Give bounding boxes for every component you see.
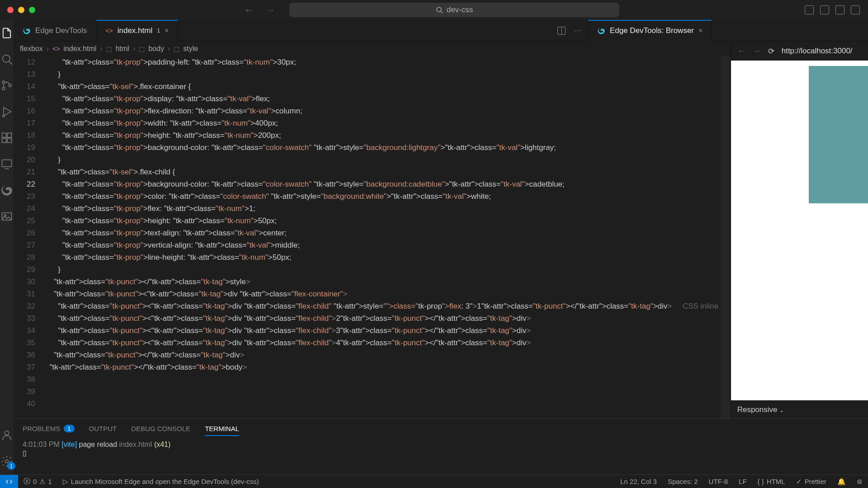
browser-reload-icon[interactable]: ⟳ bbox=[768, 47, 774, 56]
remote-indicator[interactable] bbox=[0, 475, 18, 488]
editor-tabs-row: Edge DevTools<>index.html1× ⋯ Edge DevTo… bbox=[14, 20, 868, 42]
problems-badge: 1 bbox=[64, 425, 74, 432]
code-editor[interactable]: 1213141516171819202122232425262728293031… bbox=[14, 56, 731, 418]
svg-point-5 bbox=[2, 87, 5, 90]
svg-line-1 bbox=[441, 11, 443, 13]
remote-explorer-icon[interactable] bbox=[0, 157, 14, 171]
svg-line-3 bbox=[9, 61, 12, 65]
browser-url[interactable]: http://localhost:3000/ bbox=[782, 47, 853, 56]
browser-back-icon[interactable]: ← bbox=[737, 47, 745, 56]
svg-point-0 bbox=[437, 7, 441, 12]
status-language-mode[interactable]: { }HTML bbox=[752, 478, 791, 485]
breadcrumb[interactable]: flexbox› <>index.html› ⬚html› ⬚body› ⬚st… bbox=[14, 42, 731, 56]
preview-flex-child: 1 bbox=[809, 66, 868, 135]
breadcrumb-item[interactable]: html bbox=[116, 45, 129, 53]
close-tab-icon[interactable]: × bbox=[698, 27, 703, 35]
run-debug-icon[interactable] bbox=[0, 105, 14, 118]
breadcrumb-item[interactable]: index.html bbox=[63, 45, 96, 53]
status-encoding[interactable]: UTF-8 bbox=[703, 478, 734, 485]
nav-back-icon[interactable]: ← bbox=[244, 5, 253, 15]
svg-point-8 bbox=[3, 115, 5, 117]
close-tab-icon[interactable]: × bbox=[165, 27, 169, 35]
settings-badge: 1 bbox=[7, 462, 15, 470]
status-launch-task[interactable]: ▷Launch Microsoft Edge and open the Edge… bbox=[57, 478, 264, 486]
status-eol[interactable]: LF bbox=[733, 478, 752, 485]
breadcrumb-item[interactable]: style bbox=[183, 45, 198, 53]
explorer-icon[interactable] bbox=[0, 26, 14, 40]
customize-layout-icon[interactable] bbox=[851, 5, 860, 14]
bottom-panel: PROBLEMS1 OUTPUT DEBUG CONSOLE TERMINAL … bbox=[14, 418, 868, 474]
preview-flex-container: 1 2 3 4 bbox=[809, 66, 868, 203]
svg-rect-13 bbox=[2, 160, 12, 167]
svg-rect-10 bbox=[2, 138, 6, 142]
browser-viewport[interactable]: 1 2 3 4 bbox=[731, 61, 868, 400]
status-feedback-icon[interactable]: ⊚ bbox=[851, 478, 868, 486]
search-icon bbox=[436, 6, 443, 14]
svg-rect-12 bbox=[7, 133, 11, 137]
toggle-panel-icon[interactable] bbox=[820, 5, 829, 14]
toggle-primary-sidebar-icon[interactable] bbox=[805, 5, 814, 14]
maximize-window-button[interactable] bbox=[29, 7, 35, 13]
editor-tab[interactable]: Edge DevTools bbox=[14, 20, 96, 42]
svg-rect-11 bbox=[7, 138, 11, 142]
toggle-secondary-sidebar-icon[interactable] bbox=[835, 5, 844, 14]
editor-tab[interactable]: <>index.html1× bbox=[96, 20, 178, 42]
status-notifications-icon[interactable]: 🔔 bbox=[832, 478, 851, 486]
svg-point-18 bbox=[5, 460, 9, 463]
extensions-icon[interactable] bbox=[0, 131, 14, 145]
panel-tab-output[interactable]: OUTPUT bbox=[89, 425, 117, 432]
search-text: dev-css bbox=[447, 5, 473, 14]
source-control-icon[interactable] bbox=[0, 79, 14, 92]
svg-point-17 bbox=[5, 431, 9, 435]
more-actions-icon[interactable]: ⋯ bbox=[574, 26, 581, 35]
accounts-icon[interactable] bbox=[0, 428, 14, 442]
status-errors-warnings[interactable]: ⓧ0 ⚠1 bbox=[18, 477, 57, 486]
layout-controls bbox=[805, 5, 860, 14]
command-center-search[interactable]: dev-css bbox=[289, 3, 619, 17]
editor-tab[interactable]: Edge DevTools: Browser× bbox=[588, 20, 712, 42]
activity-bar: 1 bbox=[0, 20, 14, 474]
nav-forward-icon[interactable]: → bbox=[266, 5, 275, 15]
preview-flex-child: 3 bbox=[809, 158, 868, 181]
edge-devtools-icon[interactable] bbox=[0, 183, 14, 197]
preview-flex-child: 4 bbox=[809, 180, 868, 203]
device-toolbar: Responsive ⌄ 628 ✕ 477 ⇄ bbox=[731, 400, 868, 418]
svg-point-2 bbox=[3, 55, 10, 62]
device-mode-dropdown[interactable]: Responsive ⌄ bbox=[737, 405, 784, 414]
panel-tab-terminal[interactable]: TERMINAL bbox=[205, 425, 239, 436]
status-indentation[interactable]: Spaces: 2 bbox=[662, 478, 703, 485]
window-controls bbox=[0, 7, 35, 13]
svg-rect-9 bbox=[2, 133, 6, 137]
svg-marker-7 bbox=[4, 108, 11, 116]
gallery-icon[interactable] bbox=[0, 210, 14, 223]
title-bar: ← → dev-css bbox=[0, 0, 868, 20]
minimap[interactable] bbox=[721, 56, 731, 418]
panel-tab-debug-console[interactable]: DEBUG CONSOLE bbox=[131, 425, 190, 432]
svg-point-6 bbox=[9, 84, 11, 87]
split-editor-icon[interactable] bbox=[557, 27, 566, 35]
status-bar: ⓧ0 ⚠1 ▷Launch Microsoft Edge and open th… bbox=[0, 474, 868, 488]
settings-gear-icon[interactable]: 1 bbox=[0, 455, 14, 468]
status-prettier[interactable]: ✓Prettier bbox=[791, 478, 832, 486]
panel-tab-problems[interactable]: PROBLEMS1 bbox=[23, 425, 75, 432]
breadcrumb-item[interactable]: body bbox=[148, 45, 164, 53]
terminal-output[interactable]: 4:01:03 PM [vite] page reload index.html… bbox=[23, 441, 868, 472]
preview-flex-child: 2 bbox=[809, 135, 868, 158]
status-cursor-position[interactable]: Ln 22, Col 3 bbox=[615, 478, 662, 485]
minimize-window-button[interactable] bbox=[18, 7, 24, 13]
search-activity-icon[interactable] bbox=[0, 52, 14, 66]
nav-arrows: ← → bbox=[244, 5, 275, 15]
breadcrumb-item[interactable]: flexbox bbox=[20, 45, 43, 53]
browser-toolbar: ← → ⟳ http://localhost:3000/ bbox=[731, 42, 868, 61]
browser-forward-icon[interactable]: → bbox=[753, 47, 761, 56]
close-window-button[interactable] bbox=[7, 7, 14, 13]
svg-point-4 bbox=[2, 81, 5, 84]
